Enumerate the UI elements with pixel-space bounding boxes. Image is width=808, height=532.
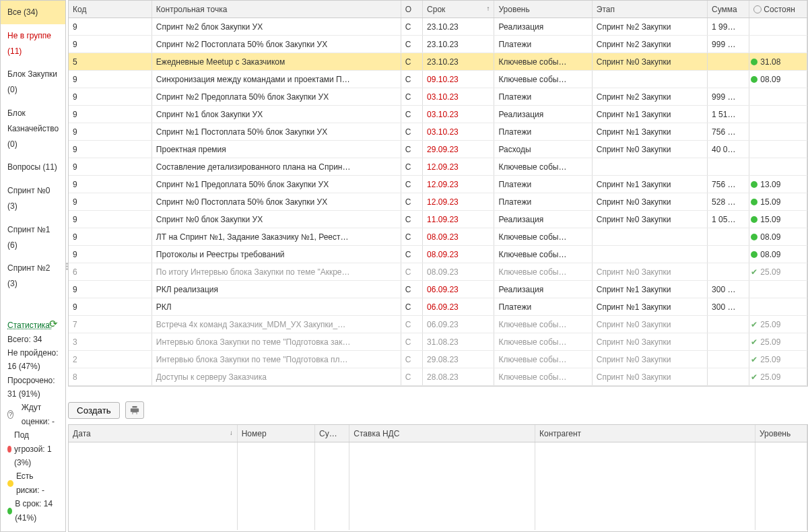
table-row[interactable]: 9Составление детализированного плана на … (69, 158, 807, 176)
th2-su[interactable]: Су… (315, 425, 349, 442)
sidebar-item[interactable]: Спринт №2 (3) (1, 257, 65, 296)
table-row[interactable]: 8Доступы к серверу ЗаказчикаС28.08.23Клю… (69, 368, 807, 386)
table-row[interactable]: 3Интервью блока Закупки по теме "Подгото… (69, 333, 807, 351)
sidebar-item[interactable]: Все (34) (1, 1, 65, 24)
cell-sum: 1 51… (708, 106, 749, 123)
cell-srok: 29.09.23 (423, 141, 494, 158)
cell-etap (592, 228, 707, 246)
cell-state-date: 25.09 (760, 320, 780, 329)
table-row[interactable]: 5Ежедневные Meetup с ЗаказчикомС23.10.23… (69, 53, 807, 71)
cell-code: 9 (69, 123, 152, 141)
yellow-dot-icon (7, 480, 13, 487)
th-code[interactable]: Код (69, 1, 152, 18)
table-row[interactable]: 9Протоколы и Реестры требованийС08.09.23… (69, 246, 807, 263)
th2-ka[interactable]: Контрагент (535, 425, 755, 442)
th-srok[interactable]: Срок↑ (423, 1, 494, 18)
stats-risk-red: Под угрозой: 1 (3%) (14, 428, 59, 469)
cell-state: 08.09 (749, 228, 807, 246)
sidebar-item[interactable]: Блок Закупки (0) (1, 63, 65, 102)
th2-date[interactable]: Дата↓ (69, 425, 237, 442)
table-row[interactable]: 9Спринт №2 Предоплата 50% блок Закупки У… (69, 88, 807, 106)
th2-num[interactable]: Номер (237, 425, 314, 442)
stats-overdue: Просрочено: 31 (91%) (7, 374, 59, 401)
cell-state (749, 106, 807, 123)
sidebar-item[interactable]: Блок Казначейство (0) (1, 102, 65, 156)
cell-sum: 300 … (708, 298, 749, 316)
sidebar-item[interactable]: Не в группе (11) (1, 24, 65, 63)
th-ur[interactable]: Уровень (494, 1, 592, 18)
table-row[interactable]: 9Спринт №1 блок Закупки УХС03.10.23Реали… (69, 106, 807, 123)
cell-o: С (401, 333, 422, 351)
sort-desc-icon: ↓ (230, 429, 233, 436)
table-row[interactable]: 9Спринт №0 блок Закупки УХС11.09.23Реали… (69, 211, 807, 228)
stats-risk-yellow: Есть риски: - (16, 469, 59, 497)
status-green-icon (751, 251, 758, 258)
cell-ur: Ключевые собы… (494, 228, 592, 246)
table-row[interactable]: 9Спринт №2 Постоплата 50% блок Закупки У… (69, 36, 807, 53)
table-row[interactable]: 7Встреча 4х команд Заказчик_MDM_УХ Закуп… (69, 316, 807, 333)
cell-ur: Ключевые собы… (494, 351, 592, 368)
create-button[interactable]: Создать (68, 402, 120, 419)
cell-code: 9 (69, 141, 152, 158)
cell-sum (708, 351, 749, 368)
cell-etap: Спринт №0 Закупки (592, 211, 707, 228)
cell-ur: Реализация (494, 281, 592, 298)
cell-kp: Спринт №1 блок Закупки УХ (152, 106, 401, 123)
status-green-icon (751, 181, 758, 188)
sidebar-item[interactable]: Вопросы (11) (1, 156, 65, 179)
cell-srok: 23.10.23 (423, 18, 494, 36)
print-icon (130, 405, 139, 415)
refresh-icon[interactable]: ⟳ (49, 319, 60, 329)
cell-srok: 06.09.23 (423, 316, 494, 333)
cell-state-date: 25.09 (760, 337, 780, 347)
th-sum[interactable]: Сумма (708, 1, 749, 18)
cell-state: ✔25.09 (749, 333, 807, 351)
table-row[interactable]: 9Спринт №1 Предоплата 50% блок Закупки У… (69, 176, 807, 193)
cell-ur: Ключевые собы… (494, 263, 592, 281)
th-kp[interactable]: Контрольная точка (152, 1, 401, 18)
cell-etap: Спринт №0 Закупки (592, 263, 707, 281)
cell-code: 9 (69, 281, 152, 298)
table-row[interactable]: 9РКЛ реализацияС06.09.23РеализацияСпринт… (69, 281, 807, 298)
cell-code: 9 (69, 176, 152, 193)
status-green-icon (751, 216, 758, 223)
cell-code: 2 (69, 351, 152, 368)
cell-srok: 03.10.23 (423, 123, 494, 141)
table-row[interactable]: 9РКЛС06.09.23ПлатежиСпринт №1 Закупки300… (69, 298, 807, 316)
cell-kp: Спринт №0 блок Закупки УХ (152, 211, 401, 228)
th2-ur[interactable]: Уровень (755, 425, 807, 442)
table-row[interactable]: 9Спринт №1 Постоплата 50% блок Закупки У… (69, 123, 807, 141)
cell-o: С (401, 123, 422, 141)
cell-ur: Реализация (494, 211, 592, 228)
help-icon: ? (7, 410, 13, 419)
print-button[interactable] (125, 401, 144, 419)
cell-etap: Спринт №1 Закупки (592, 298, 707, 316)
table-row[interactable]: 9Спринт №0 Постоплата 50% блок Закупки У… (69, 193, 807, 211)
table-row[interactable]: 9ЛТ на Спринт №1, Задание Заказчику №1, … (69, 228, 807, 246)
cell-o: С (401, 141, 422, 158)
table-row[interactable]: 9Синхронизация между командами и проекта… (69, 71, 807, 88)
cell-srok: 12.09.23 (423, 176, 494, 193)
cell-state-date: 08.09 (760, 232, 780, 242)
cell-kp: Доступы к серверу Заказчика (152, 368, 401, 386)
table-row[interactable]: 9Проектная премияС29.09.23РасходыСпринт … (69, 141, 807, 158)
cell-etap: Спринт №2 Закупки (592, 36, 707, 53)
bottom-grid: Дата↓ Номер Су… Ставка НДС Контрагент Ур… (68, 424, 808, 532)
table-row[interactable]: 2Интервью блока Закупки по теме "Подгото… (69, 351, 807, 368)
cell-o: С (401, 88, 422, 106)
th-etap[interactable]: Этап (592, 1, 707, 18)
th-state[interactable]: Состоян (749, 1, 807, 18)
sidebar-item[interactable]: Спринт №0 (3) (1, 179, 65, 218)
th2-nds[interactable]: Ставка НДС (349, 425, 535, 442)
cell-srok: 09.10.23 (423, 71, 494, 88)
cell-sum: 1 05… (708, 211, 749, 228)
table-row[interactable]: 6По итогу Интервью блока Закупки по теме… (69, 263, 807, 281)
cell-state (749, 281, 807, 298)
cell-etap: Спринт №0 Закупки (592, 351, 707, 368)
th-o[interactable]: О (401, 1, 422, 18)
status-green-icon (751, 59, 758, 65)
sidebar-item[interactable]: Спринт №1 (6) (1, 218, 65, 257)
table-row[interactable]: 9Спринт №2 блок Закупки УХС23.10.23Реали… (69, 18, 807, 36)
status-check-icon: ✔ (751, 372, 758, 382)
cell-kp: ЛТ на Спринт №1, Задание Заказчику №1, Р… (152, 228, 401, 246)
